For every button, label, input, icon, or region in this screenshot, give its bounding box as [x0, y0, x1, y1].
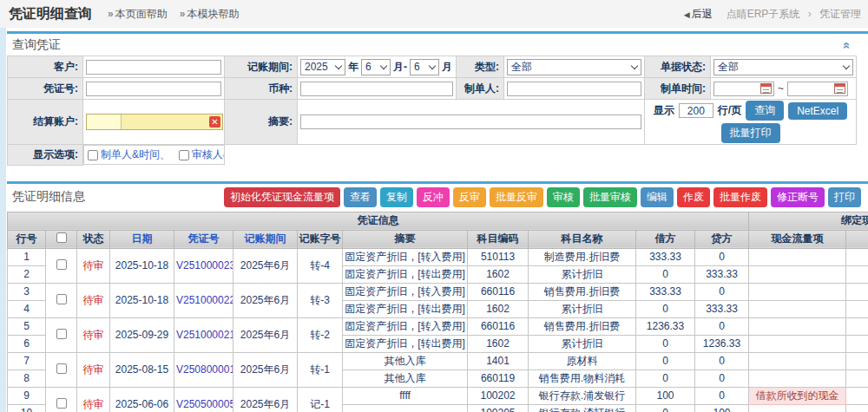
- unchecked-checkbox[interactable]: [179, 150, 189, 160]
- breadcrumb-system[interactable]: 点睛ERP子系统: [727, 8, 800, 20]
- maker-input[interactable]: [507, 82, 641, 96]
- period-year-select[interactable]: 2025: [300, 59, 345, 75]
- cell-row-no: 2: [8, 265, 46, 283]
- back-button[interactable]: ◀后退: [684, 7, 713, 22]
- currency-input[interactable]: [300, 82, 453, 96]
- cell-credit: 0: [695, 283, 749, 300]
- make-time-from-input[interactable]: [713, 82, 774, 96]
- toolbar-button[interactable]: 反审: [453, 187, 486, 207]
- toolbar-button[interactable]: 打印: [828, 187, 861, 207]
- toolbar-button[interactable]: 审核: [547, 187, 580, 207]
- cell-row-no: 3: [8, 283, 46, 300]
- row-checkbox[interactable]: [56, 398, 67, 409]
- page-help-link[interactable]: »本页面帮助: [108, 7, 168, 22]
- display-option-label: 审核人&时间、: [192, 147, 224, 162]
- cell-phantom: [846, 248, 868, 265]
- summary-input[interactable]: [300, 114, 641, 129]
- cell-voucher-no[interactable]: V251000022: [174, 283, 233, 317]
- cell-period: 2025年6月: [233, 317, 298, 352]
- calendar-icon[interactable]: [834, 83, 845, 94]
- voucher-table-wrap: 凭证信息 绑定现金流量表项 行号 状态 日期 凭证号 记账期间 记账字号 摘要 …: [7, 212, 868, 412]
- collapse-panel-icon[interactable]: «: [839, 42, 854, 49]
- column-header-row: 行号 状态 日期 凭证号 记账期间 记账字号 摘要 科目编码 科目名称 借方 贷…: [8, 230, 868, 248]
- cell-word: 转-3: [298, 283, 343, 317]
- settle-account-code-segment[interactable]: [87, 114, 122, 129]
- cell-account-name: 销售费用.物料消耗: [529, 369, 636, 387]
- cell-summary: 固定资产折旧，[转出费用]: [343, 300, 468, 317]
- cell-select[interactable]: [46, 248, 77, 283]
- cell-row-no: 8: [8, 369, 46, 387]
- module-help-link[interactable]: »本模块帮助: [180, 7, 240, 22]
- type-select[interactable]: 全部: [507, 59, 641, 75]
- row-checkbox[interactable]: [56, 259, 67, 270]
- cell-credit: 0: [695, 248, 749, 265]
- settle-account-input[interactable]: ✕: [86, 114, 223, 130]
- cell-phantom: [846, 300, 868, 317]
- cell-row-no: 6: [8, 335, 46, 352]
- toolbar-button[interactable]: 批量反审: [490, 187, 543, 207]
- toolbar-button[interactable]: 修正断号: [771, 187, 825, 207]
- row-checkbox[interactable]: [56, 329, 67, 339]
- toolbar-button[interactable]: 作废: [677, 187, 710, 207]
- page-title: 凭证明细查询: [9, 5, 92, 23]
- cell-voucher-no[interactable]: V251000021: [174, 317, 233, 352]
- doc-status-select[interactable]: 全部: [713, 59, 853, 75]
- detail-panel-title: 凭证明细信息: [12, 189, 85, 205]
- col-header-select-all[interactable]: [46, 230, 77, 248]
- calendar-icon[interactable]: [760, 83, 772, 94]
- customer-input[interactable]: [86, 60, 221, 75]
- batch-print-button[interactable]: 批量打印: [721, 123, 780, 143]
- make-time-label: 制单时间:: [645, 78, 711, 100]
- display-option[interactable]: 审核人&时间、: [179, 147, 224, 162]
- toolbar-button[interactable]: 编辑: [641, 187, 674, 207]
- table-row: 9待审2025-06-06V2505000052025年6月记-1ffff100…: [8, 387, 868, 404]
- display-option[interactable]: 制单人&时间、: [88, 147, 170, 162]
- group-header-cashflow-bind: 绑定现金流量表项: [749, 212, 868, 230]
- cell-credit: 0: [695, 387, 749, 404]
- toolbar-button[interactable]: 复制: [380, 187, 413, 207]
- make-time-to-input[interactable]: [787, 82, 848, 96]
- col-header-period[interactable]: 记账期间: [233, 230, 298, 248]
- cell-summary: 固定资产折旧，[转出费用]: [343, 265, 468, 283]
- col-header-date[interactable]: 日期: [110, 230, 174, 248]
- cell-summary: 固定资产折旧，[转入费用]: [343, 317, 468, 335]
- row-checkbox[interactable]: [56, 363, 67, 374]
- voucher-no-input[interactable]: [86, 82, 221, 96]
- toolbar-button[interactable]: 初始化凭证现金流量项: [224, 187, 340, 207]
- display-options-label: 显示选项:: [8, 145, 83, 166]
- table-row: 7待审2025-08-15V2508000012025年6月转-1其他入库140…: [8, 352, 868, 369]
- select-all-checkbox[interactable]: [56, 232, 67, 243]
- cell-select[interactable]: [46, 317, 77, 352]
- cell-phantom: [846, 283, 868, 300]
- rows-per-page-input[interactable]: [679, 103, 713, 118]
- cell-phantom: [846, 335, 868, 352]
- top-bar: 凭证明细查询 »本页面帮助 »本模块帮助 ◀后退 点睛ERP子系统 › 凭证管理: [0, 0, 868, 28]
- clear-icon[interactable]: ✕: [209, 116, 220, 128]
- toolbar-button[interactable]: 反冲: [417, 187, 450, 207]
- cell-credit: 0: [695, 352, 749, 369]
- toolbar-button[interactable]: 批量作废: [713, 187, 767, 207]
- row-checkbox[interactable]: [56, 294, 67, 304]
- toolbar-button[interactable]: 查看: [344, 187, 377, 207]
- display-option-label: 制单人&时间、: [101, 147, 170, 162]
- currency-label: 币种:: [225, 78, 298, 100]
- unchecked-checkbox[interactable]: [88, 150, 98, 160]
- cell-row-no: 1: [8, 248, 46, 265]
- cell-select[interactable]: [46, 283, 77, 317]
- cell-select[interactable]: [46, 352, 77, 387]
- voucher-no-label: 凭证号:: [8, 78, 83, 100]
- col-header-voucher-no[interactable]: 凭证号: [174, 230, 233, 248]
- cell-date: 2025-09-29: [110, 317, 174, 352]
- cell-voucher-no[interactable]: V251000023: [174, 248, 233, 283]
- period-month-to-select[interactable]: 6: [410, 59, 439, 75]
- cell-voucher-no[interactable]: V250500005: [174, 387, 233, 412]
- cell-select[interactable]: [46, 387, 77, 412]
- cell-cashflow: [749, 317, 846, 335]
- search-button[interactable]: 查询: [746, 101, 784, 121]
- period-month-from-select[interactable]: 6: [361, 59, 391, 75]
- netexcel-button[interactable]: NetExcel: [788, 102, 847, 120]
- toolbar-button[interactable]: 批量审核: [583, 187, 637, 207]
- chevron-down-icon: [429, 62, 436, 69]
- col-header-credit: 贷方: [695, 230, 749, 248]
- cell-voucher-no[interactable]: V250800001: [174, 352, 233, 387]
